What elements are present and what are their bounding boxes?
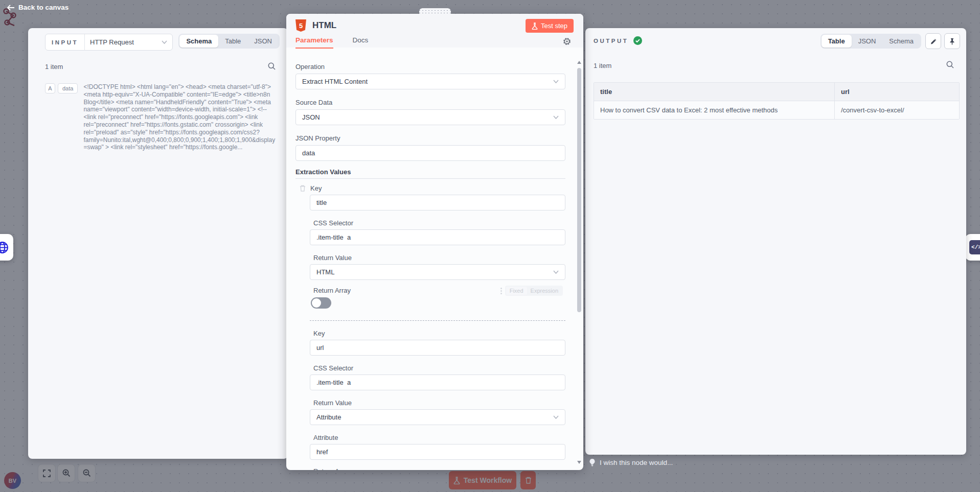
divider xyxy=(310,320,565,321)
key-value: title xyxy=(316,199,327,206)
divider xyxy=(295,178,565,179)
css-selector-label: CSS Selector xyxy=(313,219,353,227)
tab-table[interactable]: Table xyxy=(822,35,852,48)
n8n-node-details-view: Test Workflow BV Back to canvas </> INPU… xyxy=(0,0,980,492)
type-badge: A xyxy=(45,83,55,93)
tab-schema[interactable]: Schema xyxy=(882,35,920,48)
return-array-label: Return Array xyxy=(313,467,351,470)
node-settings-gear-icon[interactable] xyxy=(563,37,571,45)
parameter-options: Fixed Expression xyxy=(500,286,563,296)
chevron-down-icon xyxy=(553,115,559,119)
field-name-badge[interactable]: data xyxy=(58,83,78,93)
input-panel-title: INPUT xyxy=(45,39,84,45)
test-step-label: Test step xyxy=(541,22,567,30)
schema-row: A data <!DOCTYPE html> <html lang="en"> … xyxy=(45,83,278,151)
output-view-tabs: Table JSON Schema xyxy=(821,34,921,49)
return-value-value: HTML xyxy=(316,268,334,276)
scroll-down-arrow[interactable] xyxy=(577,461,581,464)
back-to-canvas-link[interactable]: Back to canvas xyxy=(7,4,69,11)
css-selector-value: .item-title a xyxy=(316,379,351,386)
tab-json[interactable]: JSON xyxy=(247,35,279,48)
attribute-value: href xyxy=(316,448,328,456)
source-data-select[interactable]: JSON xyxy=(295,109,565,125)
css-selector-input[interactable]: .item-title a xyxy=(310,229,565,245)
lightbulb-icon xyxy=(589,458,596,466)
output-node-html[interactable]: </> xyxy=(965,234,980,261)
chevron-down-icon xyxy=(553,415,559,419)
globe-icon xyxy=(0,241,9,254)
return-value-value: Attribute xyxy=(316,413,341,421)
key-input[interactable]: url xyxy=(310,340,565,356)
key-input[interactable]: title xyxy=(310,195,565,210)
attribute-input[interactable]: href xyxy=(310,444,565,460)
tab-docs[interactable]: Docs xyxy=(353,36,369,49)
edit-output-button[interactable] xyxy=(925,33,941,49)
node-feedback-label: I wish this node would... xyxy=(600,459,673,466)
output-table: title url How to convert CSV data to Exc… xyxy=(594,82,960,120)
pin-data-button[interactable] xyxy=(944,33,960,49)
field-value-text: <!DOCTYPE html> <html lang="en"> <head> … xyxy=(83,83,278,151)
tab-schema[interactable]: Schema xyxy=(179,35,218,48)
json-property-label: JSON Property xyxy=(295,134,340,142)
tab-json[interactable]: JSON xyxy=(852,35,883,48)
column-header-title[interactable]: title xyxy=(594,83,835,101)
test-step-button[interactable]: Test step xyxy=(526,19,574,33)
modal-title-row: 5 HTML xyxy=(295,19,336,32)
node-settings-modal: 5 HTML Test step Parameters Docs Operati… xyxy=(286,14,583,470)
cell-title: How to convert CSV data to Excel: 2 most… xyxy=(594,101,835,119)
return-array-toggle[interactable] xyxy=(311,297,331,309)
return-value-select[interactable]: Attribute xyxy=(310,409,565,425)
input-view-tabs: Schema Table JSON xyxy=(178,34,280,49)
css-selector-input[interactable]: .item-title a xyxy=(310,374,565,390)
source-data-value: JSON xyxy=(302,113,320,121)
code-brackets-icon: </> xyxy=(969,240,980,254)
search-icon[interactable] xyxy=(268,62,276,70)
pencil-icon xyxy=(930,38,937,45)
extraction-item-1-header: Key xyxy=(300,184,322,192)
scroll-up-arrow[interactable] xyxy=(577,61,581,64)
modal-tabs: Parameters Docs xyxy=(295,36,368,49)
return-value-label: Return Value xyxy=(313,399,352,407)
input-node-http-request[interactable] xyxy=(0,234,13,261)
chevron-down-icon xyxy=(553,270,559,274)
extraction-values-heading: Extraction Values xyxy=(295,168,351,176)
trash-icon[interactable] xyxy=(300,185,306,192)
operation-select[interactable]: Extract HTML Content xyxy=(295,74,565,89)
table-header-row: title url xyxy=(594,83,959,101)
success-check-icon xyxy=(633,36,642,45)
options-dots-icon[interactable] xyxy=(500,288,502,294)
css-selector-value: .item-title a xyxy=(316,233,351,241)
fixed-expression-toggle[interactable]: Fixed Expression xyxy=(505,286,563,296)
return-value-select[interactable]: HTML xyxy=(310,264,565,280)
return-array-label: Return Array xyxy=(313,287,351,294)
thumbtack-icon xyxy=(949,38,955,45)
output-panel: OUTPUT Table JSON Schema 1 item title ur… xyxy=(585,28,966,455)
source-data-label: Source Data xyxy=(295,99,332,106)
tab-table[interactable]: Table xyxy=(218,35,247,48)
tab-parameters[interactable]: Parameters xyxy=(295,36,333,49)
node-feedback-link[interactable]: I wish this node would... xyxy=(589,458,673,466)
chevron-down-icon xyxy=(553,80,559,83)
node-title[interactable]: HTML xyxy=(312,20,336,31)
output-item-count: 1 item xyxy=(594,62,611,69)
scrollbar-thumb[interactable] xyxy=(577,68,581,312)
key-label: Key xyxy=(313,330,325,337)
json-property-value: data xyxy=(302,149,315,157)
search-icon[interactable] xyxy=(946,61,954,68)
parameters-body: Operation Extract HTML Content Source Da… xyxy=(286,48,583,470)
operation-value: Extract HTML Content xyxy=(302,78,368,85)
json-property-input[interactable]: data xyxy=(295,145,565,161)
scrollbar[interactable] xyxy=(576,48,582,470)
option-expression[interactable]: Expression xyxy=(527,287,562,295)
column-header-url[interactable]: url xyxy=(835,83,959,101)
option-fixed[interactable]: Fixed xyxy=(506,287,527,295)
html5-icon: 5 xyxy=(295,19,306,32)
input-item-count: 1 item xyxy=(45,63,63,71)
css-selector-label: CSS Selector xyxy=(313,364,353,372)
flask-icon xyxy=(532,22,538,30)
input-panel: INPUT HTTP Request Schema Table JSON 1 i… xyxy=(28,28,288,459)
output-panel-title: OUTPUT xyxy=(594,38,628,44)
key-label: Key xyxy=(310,184,322,192)
table-row[interactable]: How to convert CSV data to Excel: 2 most… xyxy=(594,101,959,119)
input-source-control[interactable]: INPUT HTTP Request xyxy=(45,34,173,51)
